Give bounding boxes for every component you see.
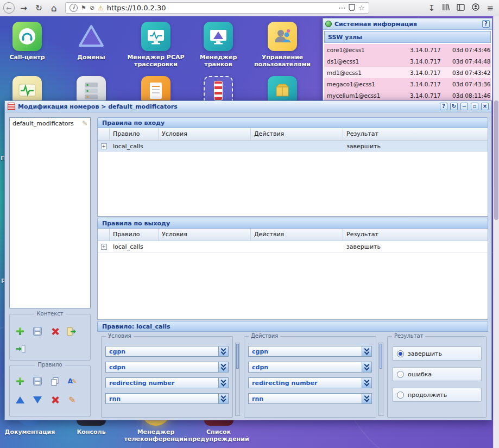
app-icon-user-management[interactable]: Управление пользователями [250,22,315,68]
chevron-down-icon[interactable] [362,378,371,388]
page-scrollbar[interactable] [493,16,499,448]
pencil-icon: ✎ [68,395,75,405]
chevron-down-icon[interactable] [218,362,228,372]
result-option-error[interactable]: ошибка [392,367,482,381]
menu-icon[interactable]: ≡ [487,3,494,13]
condition-select[interactable]: redirecting number [105,377,229,388]
sidebar-icon[interactable] [457,3,465,13]
context-listbox[interactable]: default_modificators ✎ [9,117,91,308]
downloads-icon[interactable]: ↧ [428,3,435,13]
library-icon[interactable] [442,3,450,13]
expander-column [98,128,110,140]
radio-icon[interactable] [397,371,404,378]
expand-plus-icon[interactable]: + [101,244,107,250]
actions-scrollbar[interactable] [378,343,383,416]
permission-icon-1[interactable]: ⚑ [81,4,86,11]
app-icon-pcap-manager[interactable]: Менеджер PCAP трассировки [123,22,188,68]
chevron-down-icon[interactable] [362,362,371,372]
dialog-minimize-button[interactable]: − [460,103,468,110]
rule-move-down-button[interactable] [31,394,43,406]
app-icon-label: Менеджер PCAP трассировки [123,54,188,68]
dialog-maximize-button[interactable]: ▫ [471,103,478,110]
rule-edit-button[interactable]: ✎ [66,394,78,406]
page-info-icon[interactable]: i [70,4,78,12]
context-import-button[interactable] [14,343,26,355]
context-export-button[interactable] [66,325,78,337]
system-info-titlebar[interactable]: Системная информация ? [323,18,492,30]
column-header[interactable]: Правило [110,128,159,140]
app-icon-call-center[interactable]: Call-центр [0,22,54,61]
back-icon[interactable]: ← [3,2,15,14]
forward-icon[interactable]: → [17,2,30,14]
context-add-button[interactable] [14,325,26,337]
dialog-close-button[interactable]: × [481,103,489,110]
result-option-finish[interactable]: завершить [392,346,482,361]
url-text[interactable]: https://10.0.2.30 [107,4,335,12]
dialog-refresh-button[interactable]: ↻ [450,103,458,110]
column-header[interactable]: Результат [343,229,488,241]
expand-plus-icon[interactable]: + [101,143,107,149]
chevron-down-icon[interactable] [218,346,228,356]
app-icon-label: Менеджер транков [186,54,251,68]
chevron-down-icon[interactable] [362,346,371,356]
chevron-down-icon[interactable] [218,394,228,403]
triangle-icon [77,22,106,51]
dialog-help-button[interactable]: ? [440,103,447,110]
condition-select[interactable]: cgpn [105,346,229,357]
context-save-button[interactable] [31,325,43,337]
home-icon[interactable]: ⌂ [48,2,60,14]
monitor-trace-icon [141,22,170,51]
chevron-down-icon[interactable] [362,394,371,403]
account-icon[interactable] [472,3,479,13]
rule-delete-button[interactable] [49,394,61,406]
context-delete-button[interactable] [49,325,61,337]
app-icon-domains[interactable]: Домены [64,22,118,61]
result-legend: Результат [392,333,425,339]
context-list-item[interactable]: default_modificators ✎ [10,118,90,129]
column-header[interactable]: Условия [159,128,251,140]
condition-value: redirecting number [106,378,218,388]
scrollbar-thumb[interactable] [380,344,382,369]
action-select[interactable]: rnn [248,393,372,404]
reload-icon[interactable]: ↻ [33,2,45,14]
edit-pencil-icon[interactable]: ✎ [82,119,87,127]
conditions-scrollbar[interactable] [235,343,240,416]
dialog-titlebar[interactable]: Модификация номеров > default_modificato… [5,101,491,112]
column-header[interactable]: Условия [159,229,251,241]
bookmark-star-icon[interactable]: ☆ [358,4,365,12]
action-select[interactable]: cdpn [248,362,372,373]
result-option-continue[interactable]: продолжить [392,388,482,402]
rule-rename-button[interactable]: A✎ [66,375,78,387]
url-bar[interactable]: i ⚑ ⊘ ⚠ https://10.0.2.30 ⋯ ☆ [65,2,369,14]
rule-save-button[interactable] [31,375,43,387]
incoming-rules-header: Правила по входу [97,117,488,128]
save-disk-icon [33,326,42,336]
scrollbar-thumb[interactable] [236,344,239,369]
condition-select[interactable]: cdpn [105,362,229,373]
result-fieldset: Результат завершить ошибка продолжить [387,336,487,418]
system-info-help-button[interactable]: ? [482,20,490,28]
door-export-icon [67,327,78,336]
column-header[interactable]: Правило [110,229,159,241]
action-select[interactable]: cgpn [248,346,372,357]
action-select[interactable]: redirecting number [248,377,372,388]
chevron-down-icon[interactable] [218,378,228,388]
column-header[interactable]: Результат [343,128,488,140]
radio-selected-icon[interactable] [397,350,404,357]
table-row[interactable]: + local_calls завершить [98,141,488,152]
outgoing-rules-header: Правила по выходу [97,218,488,229]
node-uptime: 03d 07:43:36 [452,81,491,87]
permission-icon-2[interactable]: ⊘ [90,4,94,11]
app-icon-trunk-manager[interactable]: Менеджер транков [186,22,251,68]
page-scrollbar-thumb[interactable] [494,100,498,220]
radio-icon[interactable] [397,392,404,399]
column-header[interactable]: Действия [251,128,343,140]
column-header[interactable]: Действия [251,229,343,241]
rule-copy-button[interactable] [49,375,61,387]
pocket-icon[interactable] [349,3,355,13]
rule-move-up-button[interactable] [14,394,26,406]
condition-select[interactable]: rnn [105,393,229,404]
page-actions-icon[interactable]: ⋯ [338,4,345,12]
rule-add-button[interactable] [14,375,26,387]
table-row[interactable]: + local_calls завершить [98,241,488,253]
